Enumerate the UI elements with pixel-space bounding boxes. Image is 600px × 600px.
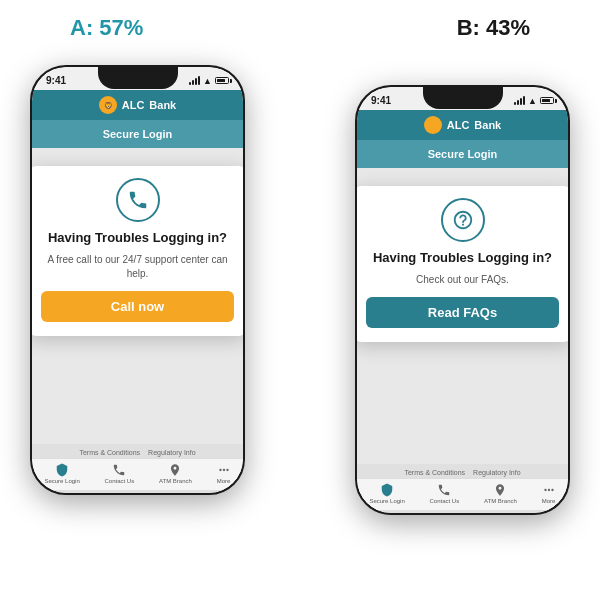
modal-card-a: Having Troubles Logging in? A free call … [32,166,243,336]
battery-icon-a [215,77,229,84]
nav-more-a[interactable]: More [217,463,231,484]
modal-card-b: Having Troubles Logging in? Check out ou… [357,186,568,342]
app-bottom-b: Terms & Conditions Regulatory Info Secur… [357,464,568,513]
app-content-b: Having Troubles Logging in? Check out ou… [357,168,568,464]
bank-name-a: Bank [149,99,176,111]
logo-b [424,116,442,134]
status-icons-a: ▲ [189,76,229,86]
read-faqs-button[interactable]: Read FAQs [366,297,559,328]
question-icon-circle-b [441,198,485,242]
call-icon-circle-a [116,178,160,222]
label-a: A: 57% [70,15,143,41]
app-content-a: Having Troubles Logging in? A free call … [32,148,243,444]
signal-icon-b [514,96,525,105]
call-now-button[interactable]: Call now [41,291,234,322]
bottom-nav-a: Secure Login Contact Us ATM Branch More [32,458,243,490]
login-section-a: Secure Login [32,120,243,148]
bottom-links-b: Terms & Conditions Regulatory Info [357,467,568,478]
nav-atm-a[interactable]: ATM Branch [159,463,192,484]
nav-contact-b[interactable]: Contact Us [429,483,459,504]
notch-a [98,67,178,89]
svg-text:🦁: 🦁 [103,101,112,110]
time-b: 9:41 [371,95,391,106]
phone-icon-a [127,189,149,211]
bottom-links-a: Terms & Conditions Regulatory Info [32,447,243,458]
nav-atm-b[interactable]: ATM Branch [484,483,517,504]
nav-secure-a[interactable]: Secure Login [44,463,79,484]
regulatory-b: Regulatory Info [473,469,520,476]
bank-name-b: Bank [474,119,501,131]
wifi-icon-b: ▲ [528,96,537,106]
login-section-b: Secure Login [357,140,568,168]
terms-b: Terms & Conditions [404,469,465,476]
terms-a: Terms & Conditions [79,449,140,456]
app-header-a: 🦁 ALC Bank [32,90,243,120]
nav-more-b[interactable]: More [542,483,556,504]
notch-b [423,87,503,109]
app-name-b: ALC [447,119,470,131]
modal-title-a: Having Troubles Logging in? [41,230,234,247]
label-b: B: 43% [457,15,530,41]
app-header-b: ALC Bank [357,110,568,140]
regulatory-a: Regulatory Info [148,449,195,456]
phone-b: 9:41 ▲ [355,85,570,515]
phone-a: 9:41 ▲ [30,65,245,495]
modal-title-b: Having Troubles Logging in? [366,250,559,267]
nav-secure-b[interactable]: Secure Login [369,483,404,504]
nav-contact-a[interactable]: Contact Us [104,463,134,484]
time-a: 9:41 [46,75,66,86]
wifi-icon-a: ▲ [203,76,212,86]
signal-icon-a [189,76,200,85]
app-name-a: ALC [122,99,145,111]
app-bottom-a: Terms & Conditions Regulatory Info Secur… [32,444,243,493]
scene: A: 57% B: 43% 9:41 ▲ [10,15,590,585]
logo-a: 🦁 [99,96,117,114]
status-icons-b: ▲ [514,96,554,106]
modal-desc-a: A free call to our 24/7 support center c… [41,253,234,281]
modal-desc-b: Check out our FAQs. [366,273,559,287]
battery-icon-b [540,97,554,104]
svg-point-2 [427,119,439,131]
bottom-nav-b: Secure Login Contact Us ATM Branch More [357,478,568,510]
question-icon-b [452,209,474,231]
